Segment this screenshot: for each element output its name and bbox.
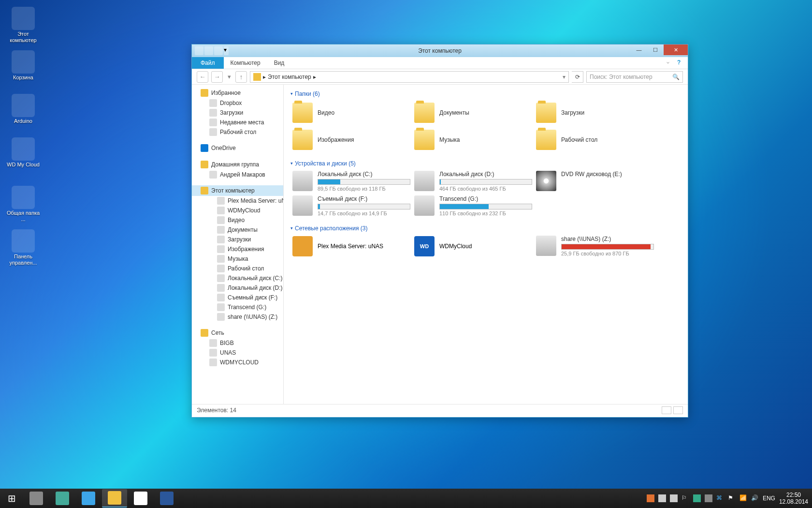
- search-box[interactable]: Поиск: Этот компьютер 🔍: [586, 71, 683, 83]
- nav-item[interactable]: Рабочий стол: [192, 127, 283, 137]
- tray-icon[interactable]: [647, 494, 654, 502]
- tray-icon[interactable]: [658, 494, 666, 502]
- nav-item[interactable]: Музыка: [192, 254, 283, 264]
- nav-item[interactable]: WDMyCloud: [192, 206, 283, 215]
- network-item[interactable]: Plex Media Server: uNAS: [290, 234, 412, 259]
- nav-history-dropdown[interactable]: ▾: [226, 71, 232, 83]
- drive-item[interactable]: Съемный диск (F:)14,7 ГБ свободно из 14,…: [290, 194, 412, 218]
- breadcrumb-item[interactable]: Этот компьютер: [268, 74, 311, 80]
- nav-group-header[interactable]: Избранное: [192, 88, 283, 98]
- nav-item[interactable]: Недавние места: [192, 118, 283, 127]
- tray-icon[interactable]: [693, 494, 701, 502]
- tray-icon[interactable]: [670, 494, 678, 502]
- nav-item[interactable]: Локальный диск (C:): [192, 273, 283, 283]
- nav-group-header[interactable]: Домашняя группа: [192, 159, 283, 170]
- taskbar-button-internet-explorer[interactable]: [76, 489, 101, 508]
- taskbar-button-word[interactable]: [154, 489, 179, 508]
- tray-network-icon[interactable]: 📶: [740, 494, 747, 502]
- network-item[interactable]: WDWDMyCloud: [412, 234, 534, 259]
- drive-item[interactable]: DVD RW дисковод (E:): [534, 169, 656, 194]
- tray-clock[interactable]: 22:50 12.08.2014: [779, 492, 808, 505]
- tray-volume-icon[interactable]: 🔊: [751, 494, 759, 502]
- folder-item[interactable]: Музыка: [412, 126, 534, 153]
- desktop[interactable]: Этот компьютерКорзинаArduinoWD My CloudО…: [0, 0, 812, 508]
- ribbon-file-tab[interactable]: Файл: [192, 57, 224, 69]
- nav-item[interactable]: Документы: [192, 225, 283, 235]
- nav-item[interactable]: Рабочий стол: [192, 264, 283, 273]
- refresh-button[interactable]: ⟳: [572, 71, 583, 83]
- help-icon[interactable]: ?: [677, 59, 685, 67]
- nav-item[interactable]: Съемный диск (F:): [192, 293, 283, 302]
- nav-item[interactable]: Загрузки: [192, 108, 283, 118]
- ribbon-tab-view[interactable]: Вид: [267, 57, 291, 69]
- qat-dropdown-icon[interactable]: ▾: [224, 46, 229, 55]
- navigation-pane[interactable]: ИзбранноеDropboxЗагрузкиНедавние местаРа…: [192, 85, 284, 404]
- nav-group-header[interactable]: Сеть: [192, 328, 283, 338]
- nav-item[interactable]: Plex Media Server: uNAS: [192, 196, 283, 206]
- taskbar[interactable]: ⊞ ⚐ ⌘ ⚑ 📶 🔊 ENG 22:50 12.08.2014: [0, 489, 812, 508]
- drive-item[interactable]: Transcend (G:)110 ГБ свободно из 232 ГБ: [412, 194, 534, 218]
- maximize-button[interactable]: ☐: [647, 45, 664, 55]
- section-header[interactable]: Папки (6): [290, 89, 681, 99]
- folder-item[interactable]: Изображения: [290, 126, 412, 153]
- breadcrumb[interactable]: ▸ Этот компьютер ▸ ▾: [250, 71, 569, 83]
- tray-notification-icon[interactable]: ⚐: [682, 494, 689, 502]
- tray-action-center-icon[interactable]: ⚑: [728, 494, 736, 502]
- taskbar-button-chrome[interactable]: [128, 489, 153, 508]
- nav-forward-button[interactable]: →: [211, 71, 223, 83]
- desktop-icon[interactable]: Панель управлен...: [5, 229, 42, 266]
- nav-up-button[interactable]: ↑: [235, 71, 247, 83]
- network-drive-item[interactable]: share (\\UNAS) (Z:)25,9 ГБ свободно из 8…: [534, 234, 656, 259]
- view-details-button[interactable]: [662, 406, 671, 414]
- tray-icon[interactable]: [705, 494, 712, 502]
- start-button[interactable]: ⊞: [0, 489, 23, 508]
- ribbon-tab-computer[interactable]: Компьютер: [224, 57, 267, 69]
- nav-item[interactable]: share (\\UNAS) (Z:): [192, 312, 283, 322]
- taskbar-button-file-explorer[interactable]: [102, 489, 127, 508]
- item-icon: [209, 109, 217, 117]
- nav-item[interactable]: BIGB: [192, 338, 283, 348]
- tray-language[interactable]: ENG: [763, 495, 775, 502]
- taskbar-button-app-1[interactable]: [24, 489, 49, 508]
- nav-item[interactable]: Dropbox: [192, 98, 283, 108]
- qat-icon[interactable]: [214, 46, 223, 55]
- nav-item[interactable]: UNAS: [192, 348, 283, 358]
- ribbon-expand-icon[interactable]: ⌵: [667, 59, 674, 67]
- nav-back-button[interactable]: ←: [197, 71, 208, 83]
- nav-item[interactable]: Загрузки: [192, 235, 283, 244]
- nav-item[interactable]: Transcend (G:): [192, 302, 283, 312]
- view-tiles-button[interactable]: [673, 406, 683, 414]
- folder-item[interactable]: Загрузки: [534, 99, 656, 126]
- minimize-button[interactable]: —: [631, 45, 647, 55]
- breadcrumb-dropdown-icon[interactable]: ▾: [563, 74, 566, 80]
- desktop-icon[interactable]: Общая папка ...: [5, 186, 42, 223]
- nav-item[interactable]: Локальный диск (D:): [192, 283, 283, 293]
- nav-thispc[interactable]: Этот компьютер: [192, 185, 283, 196]
- content-pane[interactable]: Папки (6)ВидеоДокументыЗагрузкиИзображен…: [284, 85, 688, 404]
- nav-onedrive[interactable]: OneDrive: [192, 143, 283, 153]
- qat-icon[interactable]: [204, 46, 213, 55]
- desktop-icon[interactable]: Корзина: [5, 50, 42, 81]
- nav-item[interactable]: Изображения: [192, 244, 283, 254]
- desktop-icon[interactable]: WD My Cloud: [5, 137, 42, 168]
- system-tray[interactable]: ⚐ ⌘ ⚑ 📶 🔊 ENG 22:50 12.08.2014: [643, 489, 812, 508]
- close-button[interactable]: ✕: [664, 45, 688, 55]
- folder-item[interactable]: Документы: [412, 99, 534, 126]
- desktop-icon[interactable]: Arduino: [5, 94, 42, 124]
- drive-item[interactable]: Локальный диск (C:)89,5 ГБ свободно из 1…: [290, 169, 412, 194]
- nav-item[interactable]: WDMYCLOUD: [192, 358, 283, 367]
- drive-free-text: 89,5 ГБ свободно из 118 ГБ: [318, 186, 410, 192]
- section-header[interactable]: Устройства и диски (5): [290, 158, 681, 169]
- taskbar-button-app-2[interactable]: [50, 489, 75, 508]
- titlebar[interactable]: ▾ Этот компьютер — ☐ ✕: [192, 45, 688, 57]
- nav-item[interactable]: Видео: [192, 215, 283, 225]
- desktop-icon[interactable]: Этот компьютер: [5, 7, 42, 44]
- nav-item[interactable]: Андрей Макаров: [192, 170, 283, 179]
- section-header[interactable]: Сетевые расположения (3): [290, 223, 681, 234]
- folder-item[interactable]: Видео: [290, 99, 412, 126]
- item-icon: [209, 119, 217, 126]
- drive-item[interactable]: Локальный диск (D:)464 ГБ свободно из 46…: [412, 169, 534, 194]
- tray-bluetooth-icon[interactable]: ⌘: [716, 494, 724, 502]
- qat-icon[interactable]: [195, 46, 203, 55]
- folder-item[interactable]: Рабочий стол: [534, 126, 656, 153]
